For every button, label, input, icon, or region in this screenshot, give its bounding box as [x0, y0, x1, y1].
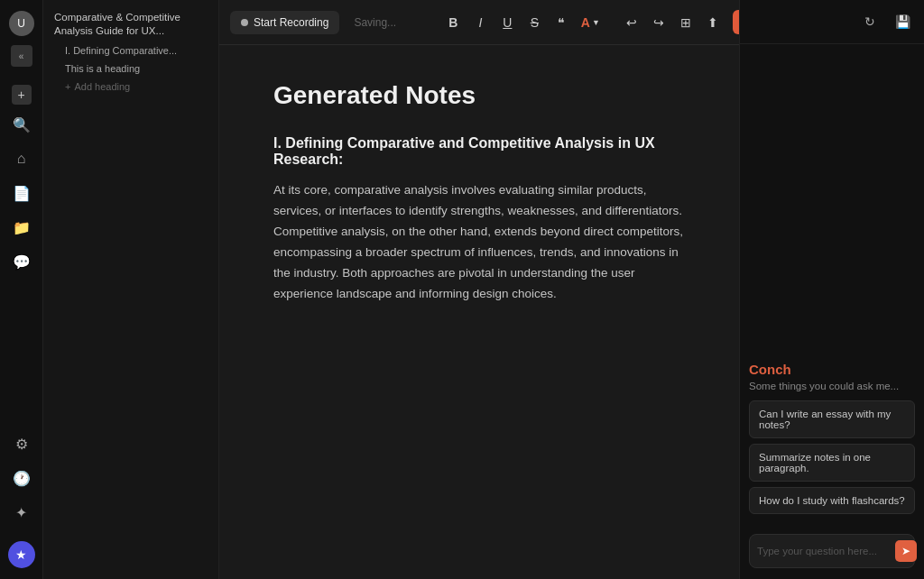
conch-question-input[interactable]	[757, 546, 890, 556]
undo-redo-group: ↩ ↪ ⊞ ⬆	[619, 10, 725, 35]
integration-icon: ✦	[15, 504, 27, 521]
conch-send-button[interactable]: ➤	[895, 540, 917, 562]
chevron-left-icon: «	[19, 51, 24, 61]
text-format-group: B I U S ❝ A ▼	[440, 10, 605, 35]
nav-sub-item-1[interactable]: I. Defining Comparative...	[51, 43, 211, 58]
main-area: Start Recording Saving... B I U S ❝ A ▼	[219, 0, 739, 579]
sidebar-settings-button[interactable]: ⚙	[7, 429, 36, 458]
dropdown-arrow-icon: ▼	[592, 18, 600, 27]
send-icon: ➤	[901, 545, 910, 557]
strikethrough-button[interactable]: S	[522, 10, 547, 35]
refresh-button[interactable]: ↻	[857, 9, 882, 34]
sidebar-integrations-button[interactable]: ✦	[7, 498, 36, 527]
italic-button[interactable]: I	[467, 10, 493, 35]
section-heading-1: I. Defining Comparative and Competitive …	[273, 135, 685, 168]
plus-small-icon: +	[65, 81, 70, 92]
right-panel-header: ↻ 💾	[740, 0, 924, 44]
sidebar-chat-button[interactable]: 💬	[7, 247, 36, 276]
sidebar-history-button[interactable]: 🕐	[7, 464, 36, 492]
suggestion-3[interactable]: How do I study with flashcards?	[749, 487, 915, 514]
star-icon: ★	[15, 547, 27, 562]
sidebar-folder-button[interactable]: 📁	[7, 213, 36, 242]
refresh-icon: ↻	[864, 14, 875, 29]
underline-button[interactable]: U	[494, 10, 520, 35]
conch-panel: Conch Some things you could ask me... Ca…	[740, 44, 924, 579]
left-sidebar: U « + 🔍 ⌂ 📄 📁 💬 ⚙ 🕐 ✦ ★	[0, 0, 43, 579]
folder-icon: 📁	[13, 219, 31, 236]
record-dot-icon	[241, 19, 248, 26]
settings-icon: ⚙	[15, 436, 28, 453]
save-button[interactable]: 💾	[890, 9, 915, 34]
document-icon: 📄	[13, 185, 31, 202]
editor-area[interactable]: Generated Notes I. Defining Comparative …	[219, 45, 739, 579]
save-icon: 💾	[895, 14, 910, 29]
quote-button[interactable]: ❝	[549, 10, 574, 35]
chat-icon: 💬	[13, 253, 31, 271]
suggestion-2[interactable]: Summarize notes in one paragraph.	[749, 444, 915, 482]
search-icon: 🔍	[13, 116, 31, 133]
ai-fab-button[interactable]: ★	[8, 541, 35, 568]
sidebar-home-button[interactable]: ⌂	[7, 144, 36, 173]
conch-title: Conch	[749, 362, 915, 377]
new-note-button[interactable]: +	[12, 85, 32, 105]
color-dropdown[interactable]: A ▼	[576, 10, 605, 35]
conch-subtitle: Some things you could ask me...	[749, 381, 915, 391]
add-heading-button[interactable]: + Add heading	[51, 79, 211, 94]
insert-table-button[interactable]: ⊞	[673, 10, 698, 35]
document-title: Generated Notes	[273, 81, 685, 110]
undo-button[interactable]: ↩	[619, 10, 644, 35]
toolbar: Start Recording Saving... B I U S ❝ A ▼	[219, 0, 739, 45]
start-recording-button[interactable]: Start Recording	[230, 11, 339, 34]
home-icon: ⌂	[17, 151, 26, 167]
conch-input-row: ➤	[749, 534, 915, 568]
upload-button[interactable]: ⬆	[700, 10, 725, 35]
section-body-1: At its core, comparative analysis involv…	[273, 180, 685, 305]
plus-icon: +	[17, 87, 24, 102]
bold-button[interactable]: B	[440, 10, 466, 35]
clock-icon: 🕐	[13, 470, 31, 487]
color-a-icon: A	[581, 15, 590, 30]
right-panel: ↻ 💾 Conch Some things you could ask me..…	[739, 0, 924, 579]
sidebar-search-button[interactable]: 🔍	[7, 110, 36, 139]
collapse-sidebar-button[interactable]: «	[11, 45, 32, 67]
suggestion-1[interactable]: Can I write an essay with my notes?	[749, 400, 915, 438]
avatar[interactable]: U	[9, 11, 34, 36]
navigation-panel: Comparative & Competitive Analysis Guide…	[43, 0, 219, 579]
redo-button[interactable]: ↪	[646, 10, 671, 35]
flashcards-button[interactable]: Flashcards	[733, 10, 739, 34]
document-title-nav[interactable]: Comparative & Competitive Analysis Guide…	[51, 9, 211, 40]
saving-status: Saving...	[354, 16, 426, 29]
toolbar-right-group: ↩ ↪ ⊞ ⬆ Flashcards ▶▶	[619, 9, 739, 36]
sidebar-documents-button[interactable]: 📄	[7, 179, 36, 207]
conch-section: Conch Some things you could ask me... Ca…	[749, 362, 915, 519]
nav-sub-item-2[interactable]: This is a heading	[51, 61, 211, 76]
